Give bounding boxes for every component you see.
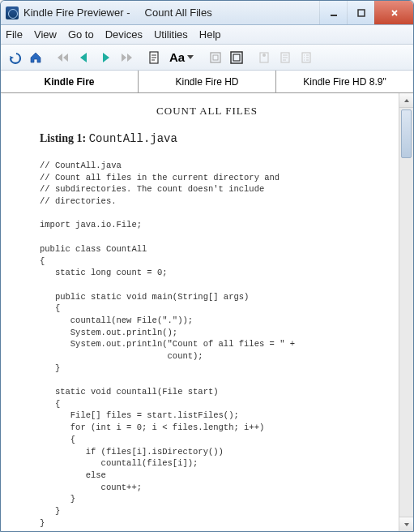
- tab-kindle-fire[interactable]: Kindle Fire: [1, 71, 139, 92]
- svg-rect-3: [211, 53, 220, 62]
- page-icon: [147, 50, 161, 65]
- scroll-down-button[interactable]: [399, 517, 413, 531]
- forward-button[interactable]: [96, 49, 114, 66]
- fastforward-button[interactable]: [117, 49, 135, 66]
- page-view-button[interactable]: [145, 49, 163, 66]
- notes-button[interactable]: [276, 49, 294, 66]
- code-block: // CountAll.java // Count all files in t…: [40, 160, 374, 529]
- fullscreen-icon: [229, 50, 244, 65]
- maximize-icon: [356, 8, 366, 18]
- font-size-button[interactable]: Aa: [166, 50, 197, 64]
- home-button[interactable]: [27, 49, 45, 66]
- menu-utilities[interactable]: Utilities: [154, 28, 188, 41]
- device-tabs: Kindle Fire Kindle Fire HD Kindle Fire H…: [1, 71, 413, 93]
- fit-page-icon: [208, 50, 223, 65]
- menu-goto[interactable]: Go to: [68, 28, 94, 41]
- listing-header: Listing 1: CountAll.java: [40, 132, 374, 145]
- window-controls: [319, 1, 413, 24]
- window-title-doc: Count All Files: [145, 6, 212, 19]
- tab-kindle-fire-hd-89[interactable]: Kindle Fire HD 8.9": [276, 71, 413, 92]
- window-title: Kindle Fire Previewer - Count All Files: [23, 6, 212, 19]
- chevron-down-icon: [187, 55, 194, 59]
- bookmark-button[interactable]: [255, 49, 273, 66]
- application-window: Kindle Fire Previewer - Count All Files …: [0, 0, 414, 532]
- forward-arrow-icon: [98, 50, 113, 65]
- fullscreen-button[interactable]: [228, 49, 245, 66]
- rewind-button[interactable]: [54, 49, 72, 66]
- toolbar: Aa: [1, 45, 413, 71]
- fit-page-button[interactable]: [207, 49, 224, 66]
- svg-rect-0: [331, 15, 337, 16]
- svg-rect-5: [231, 52, 242, 63]
- scroll-thumb[interactable]: [401, 109, 412, 158]
- minimize-icon: [329, 8, 339, 18]
- list-button[interactable]: [297, 49, 315, 66]
- chevron-up-icon: [403, 97, 411, 105]
- menu-view[interactable]: View: [34, 28, 57, 41]
- chevron-down-icon: [403, 521, 411, 529]
- bookmark-icon: [257, 50, 271, 65]
- menu-help[interactable]: Help: [199, 28, 221, 41]
- fastforward-icon: [119, 50, 134, 65]
- page-header: COUNT ALL FILES: [40, 105, 374, 118]
- maximize-button[interactable]: [347, 1, 374, 24]
- rewind-icon: [56, 50, 70, 65]
- svg-rect-4: [213, 55, 218, 60]
- svg-rect-6: [233, 54, 240, 61]
- menubar: File View Go to Devices Utilities Help: [1, 25, 413, 45]
- list-icon: [299, 50, 314, 65]
- content-area: COUNT ALL FILES Listing 1: CountAll.java…: [1, 93, 413, 531]
- menu-file[interactable]: File: [6, 28, 23, 41]
- close-button[interactable]: [374, 1, 413, 24]
- undo-button[interactable]: [6, 49, 23, 66]
- preview-page: COUNT ALL FILES Listing 1: CountAll.java…: [1, 93, 399, 531]
- font-size-label: Aa: [169, 50, 185, 64]
- window-title-prefix: Kindle Fire Previewer -: [23, 6, 133, 19]
- app-icon: [6, 6, 19, 19]
- minimize-button[interactable]: [319, 1, 347, 24]
- home-icon: [28, 50, 43, 65]
- vertical-scrollbar[interactable]: [399, 93, 413, 531]
- scroll-up-button[interactable]: [399, 93, 413, 108]
- tab-kindle-fire-hd[interactable]: Kindle Fire HD: [139, 71, 276, 92]
- listing-label: Listing 1:: [40, 132, 89, 144]
- listing-filename: CountAll.java: [89, 132, 177, 145]
- undo-arrow-icon: [7, 50, 22, 65]
- back-arrow-icon: [77, 50, 92, 65]
- svg-rect-1: [358, 10, 365, 16]
- back-button[interactable]: [75, 49, 93, 66]
- scroll-track[interactable]: [399, 108, 413, 517]
- svg-point-8: [262, 54, 266, 57]
- menu-devices[interactable]: Devices: [105, 28, 143, 41]
- close-icon: [390, 8, 399, 18]
- notes-icon: [278, 50, 292, 65]
- titlebar[interactable]: Kindle Fire Previewer - Count All Files: [1, 1, 413, 25]
